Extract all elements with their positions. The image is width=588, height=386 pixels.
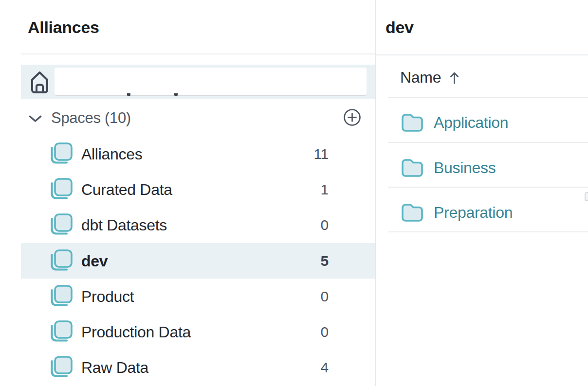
right-title-divider xyxy=(376,54,588,55)
redacted-label-overlay xyxy=(55,68,367,96)
name-column-label: Name xyxy=(400,69,441,87)
space-label: Raw Data xyxy=(81,358,148,376)
spaces-section-header: Spaces (10) xyxy=(21,108,376,127)
space-row-dev[interactable]: dev 5 xyxy=(21,243,376,279)
space-icon xyxy=(49,178,73,201)
right-panel-title: dev xyxy=(386,18,414,37)
spaces-sidebar: Alliances Spaces (10) xyxy=(0,0,376,386)
space-icon xyxy=(49,356,73,379)
space-label: Production Data xyxy=(81,323,191,341)
space-label: dev xyxy=(81,252,108,270)
space-row-dbt-datasets[interactable]: dbt Datasets 0 xyxy=(21,207,376,243)
sort-ascending-icon xyxy=(449,71,459,84)
folder-link[interactable]: Business xyxy=(434,159,496,177)
space-count: 0 xyxy=(321,217,329,233)
left-panel-title: Alliances xyxy=(28,18,99,37)
space-icon xyxy=(49,249,73,273)
folder-icon xyxy=(401,158,423,177)
name-column-header[interactable]: Name xyxy=(400,69,459,87)
row-divider xyxy=(388,231,588,232)
space-row-product[interactable]: Product 0 xyxy=(21,279,376,314)
space-count: 5 xyxy=(321,253,329,269)
space-icon xyxy=(49,142,73,166)
row-divider xyxy=(388,142,588,143)
folder-icon xyxy=(401,203,423,222)
space-count: 0 xyxy=(321,288,329,305)
clipped-element-edge xyxy=(585,192,588,201)
space-count: 11 xyxy=(313,146,329,162)
folder-row-application[interactable]: Application xyxy=(376,100,588,145)
home-row[interactable] xyxy=(21,65,376,99)
space-label: Alliances xyxy=(81,145,142,163)
catalog-app: Alliances Spaces (10) xyxy=(0,0,588,386)
space-icon xyxy=(49,320,73,344)
redacted-text-remnant xyxy=(127,93,130,96)
space-row-raw-data[interactable]: Raw Data 4 xyxy=(21,350,376,385)
spaces-section-label[interactable]: Spaces (10) xyxy=(51,109,131,127)
space-row-production-data[interactable]: Production Data 0 xyxy=(21,314,376,350)
space-label: Product xyxy=(81,287,134,305)
left-title-divider xyxy=(21,53,376,54)
folder-row-business[interactable]: Business xyxy=(376,145,588,190)
folder-icon xyxy=(401,113,423,132)
space-label: Curated Data xyxy=(81,180,172,198)
space-row-curated-data[interactable]: Curated Data 1 xyxy=(21,172,376,207)
space-icon xyxy=(49,213,73,237)
space-row-alliances[interactable]: Alliances 11 xyxy=(21,136,376,172)
row-divider xyxy=(388,187,588,188)
space-count: 4 xyxy=(321,359,329,376)
chevron-down-icon[interactable] xyxy=(29,115,42,123)
redacted-text-remnant xyxy=(174,93,178,96)
folder-row-preparation[interactable]: Preparation xyxy=(376,190,588,235)
home-icon[interactable] xyxy=(28,70,52,95)
space-count: 0 xyxy=(321,324,329,340)
table-header-divider xyxy=(388,97,588,98)
folder-link[interactable]: Preparation xyxy=(434,204,513,222)
space-label: dbt Datasets xyxy=(81,216,167,234)
folder-link[interactable]: Application xyxy=(434,114,508,132)
space-icon xyxy=(49,285,73,308)
add-space-button[interactable] xyxy=(343,108,361,126)
space-count: 1 xyxy=(321,181,329,198)
